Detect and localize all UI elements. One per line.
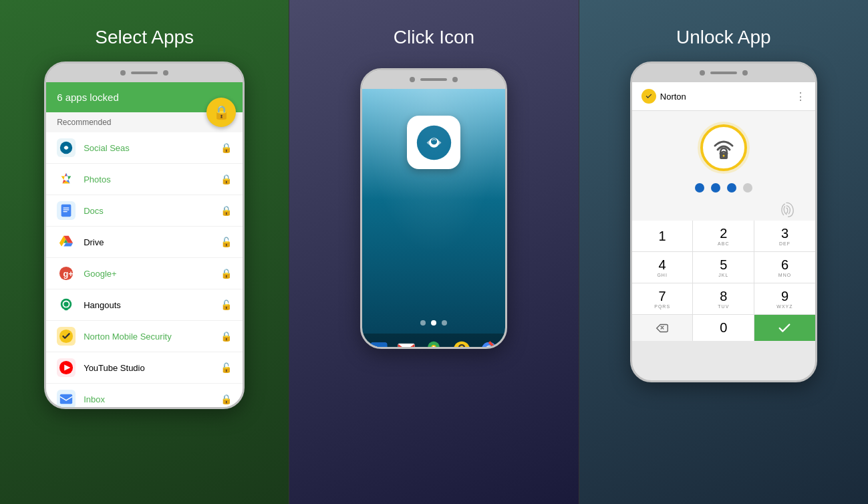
svg-text:g+: g+ — [63, 269, 74, 279]
phone-speaker-3 — [710, 72, 737, 74]
panel-2-title: Click Icon — [394, 27, 474, 48]
lock-dock-icon[interactable] — [451, 339, 472, 349]
phone-camera-3 — [410, 77, 415, 82]
app-list-screen: 6 apps locked 🔒 Recommended Social Seas … — [46, 82, 243, 409]
norton-badge-icon — [641, 89, 656, 104]
inbox-icon — [57, 390, 76, 408]
key-6[interactable]: 6 MNO — [754, 252, 815, 283]
key-7[interactable]: 7 PQRS — [632, 283, 693, 314]
lock-icon-inbox: 🔒 — [221, 394, 232, 404]
lock-icon-norton: 🔒 — [221, 331, 232, 342]
list-item[interactable]: Social Seas 🔒 — [46, 132, 243, 164]
gmail-dock-icon[interactable] — [396, 339, 417, 349]
key-9[interactable]: 9 WXYZ — [754, 283, 815, 314]
list-item[interactable]: Hangouts 🔓 — [46, 289, 243, 321]
list-item[interactable]: Drive 🔓 — [46, 227, 243, 258]
docs-icon — [57, 201, 76, 220]
social-seas-icon — [57, 138, 76, 157]
unlock-icon-area — [632, 111, 815, 178]
panel-click-icon: Click Icon — [289, 0, 579, 504]
pin-dot-3 — [727, 183, 736, 193]
list-item[interactable]: YouTube Studio 🔓 — [46, 352, 243, 384]
dot-3 — [442, 320, 447, 326]
lock-fab[interactable]: 🔒 — [206, 98, 236, 127]
hangouts-icon — [57, 295, 76, 314]
dot-1 — [420, 320, 426, 326]
phone-mockup-3: Norton ⋮ — [630, 61, 817, 382]
key-8[interactable]: 8 TUV — [693, 283, 754, 314]
norton-icon — [57, 327, 76, 346]
app-name-inbox: Inbox — [84, 394, 221, 404]
key-5[interactable]: 5 JKL — [693, 252, 754, 283]
list-item[interactable]: Norton Mobile Security 🔒 — [46, 321, 243, 352]
app-name-hangouts: Hangouts — [84, 300, 221, 310]
phone-camera-5 — [700, 70, 705, 76]
chrome-dock-icon[interactable] — [478, 339, 500, 349]
social-seas-center-icon[interactable] — [407, 116, 460, 169]
drive-icon — [57, 233, 76, 251]
pin-dot-2 — [711, 183, 720, 193]
key-backspace[interactable] — [632, 315, 693, 341]
list-item[interactable]: Docs 🔒 — [46, 195, 243, 227]
svg-rect-21 — [371, 346, 388, 348]
key-2[interactable]: 2 ABC — [693, 221, 754, 251]
key-1[interactable]: 1 — [632, 221, 693, 251]
underwater-background: 31 — [362, 89, 505, 349]
phone-camera-1 — [120, 70, 126, 76]
phone-camera-4 — [452, 77, 458, 82]
numpad: 1 2 ABC 3 DEF 4 GHI 5 JKL — [632, 221, 815, 341]
svg-rect-11 — [64, 308, 68, 311]
lock-icon-drive: 🔓 — [221, 237, 232, 247]
bottom-dock: 31 — [362, 334, 505, 349]
lock-icon-photos: 🔒 — [221, 174, 232, 184]
svg-point-26 — [433, 346, 436, 349]
list-item[interactable]: g+ Google+ 🔒 — [46, 258, 243, 289]
panel-1-title: Select Apps — [95, 27, 194, 48]
svg-rect-20 — [371, 343, 388, 348]
list-item[interactable]: Inbox 🔒 — [46, 384, 243, 409]
panel-unlock-app: Unlock App Norton ⋮ — [579, 0, 868, 504]
key-3[interactable]: 3 DEF — [754, 221, 815, 251]
list-item[interactable]: Photos 🔒 — [46, 164, 243, 195]
app-name-gplus: Google+ — [84, 269, 221, 279]
phone-camera-6 — [742, 70, 748, 76]
norton-logo: Norton — [641, 89, 686, 104]
pin-dot-4 — [743, 183, 752, 193]
svg-rect-4 — [63, 209, 69, 210]
phone-speaker-2 — [420, 78, 447, 81]
lock-icon-docs: 🔒 — [221, 205, 232, 216]
apps-locked-text: 6 apps locked — [57, 92, 119, 103]
panel-select-apps: Select Apps 6 apps locked 🔒 Recommended … — [0, 0, 289, 504]
app-name-youtube: YouTube Studio — [84, 363, 221, 373]
apps-locked-header: 6 apps locked 🔒 — [46, 82, 243, 112]
phone-mockup-1: 6 apps locked 🔒 Recommended Social Seas … — [44, 61, 245, 409]
wifi-lock-icon — [700, 124, 747, 171]
youtube-icon — [57, 358, 76, 377]
app-name-photos: Photos — [84, 174, 221, 184]
svg-point-35 — [722, 155, 724, 157]
svg-rect-3 — [63, 207, 69, 208]
calendar-dock-icon[interactable]: 31 — [368, 339, 390, 349]
gplus-icon: g+ — [57, 264, 76, 283]
maps-dock-icon[interactable] — [423, 339, 444, 349]
phone-top-bar-1 — [46, 64, 243, 82]
svg-rect-15 — [60, 394, 72, 404]
phone-top-bar-3 — [632, 64, 815, 82]
norton-label: Norton — [660, 92, 686, 102]
panel-3-title: Unlock App — [676, 27, 771, 48]
key-confirm[interactable] — [754, 315, 815, 341]
pin-dots — [632, 178, 815, 198]
fingerprint-area — [632, 198, 815, 221]
pagination-dots — [420, 320, 447, 326]
norton-header: Norton ⋮ — [632, 82, 815, 111]
phone-top-bar-2 — [362, 70, 505, 89]
dot-2 — [431, 320, 436, 326]
phone-camera-2 — [163, 70, 168, 76]
key-0[interactable]: 0 — [693, 315, 754, 341]
app-name-social-seas: Social Seas — [84, 143, 221, 153]
lock-icon-gplus: 🔒 — [221, 268, 232, 279]
lock-icon-youtube: 🔓 — [221, 362, 232, 373]
more-options-icon[interactable]: ⋮ — [795, 90, 806, 103]
key-4[interactable]: 4 GHI — [632, 252, 693, 283]
svg-point-1 — [64, 146, 68, 150]
